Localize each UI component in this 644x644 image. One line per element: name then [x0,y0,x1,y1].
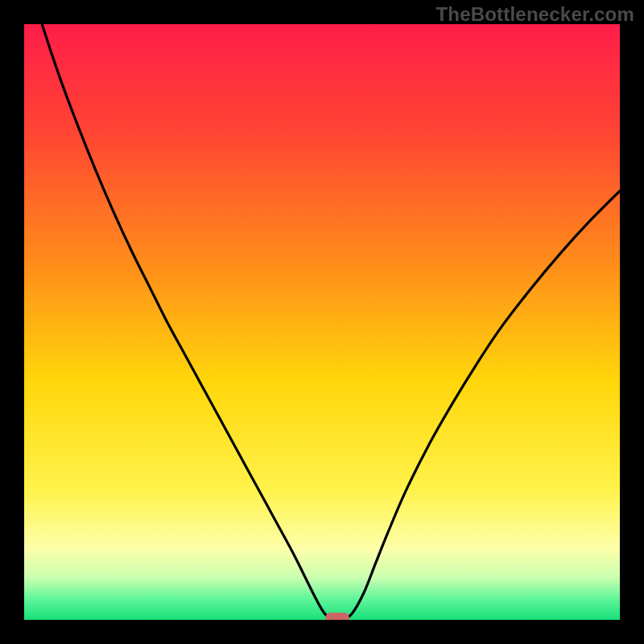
chart-stage: TheBottlenecker.com [0,0,644,644]
plot-frame [24,24,620,620]
optimal-marker [325,613,349,620]
gradient-background [24,24,620,620]
watermark-text: TheBottlenecker.com [436,3,634,26]
plot-svg [24,24,620,620]
plot-area [24,24,620,620]
